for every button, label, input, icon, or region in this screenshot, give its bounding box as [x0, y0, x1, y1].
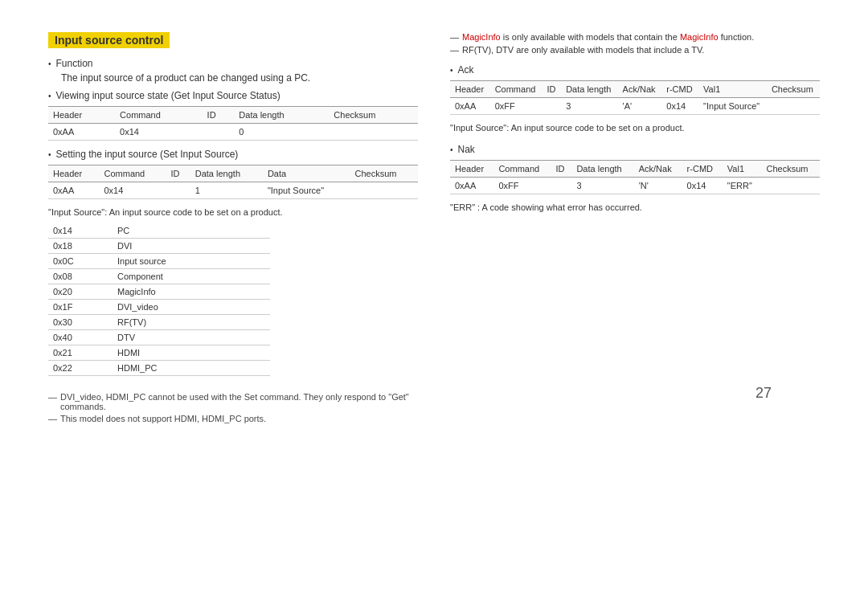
table-row: 0x21 HDMI: [48, 345, 270, 361]
dash-2: —: [48, 414, 57, 423]
set-td-data: "Input Source": [263, 182, 350, 199]
ack-th-header: Header: [450, 81, 490, 98]
table-row: 0x14 PC: [48, 223, 270, 239]
get-label: Viewing input source state (Get Input So…: [56, 90, 280, 101]
ack-label: Ack: [458, 64, 474, 76]
get-table: Header Command ID Data length Checksum 0…: [48, 106, 418, 141]
magic-info-red: MagicInfo: [462, 32, 501, 42]
ack-th-val1: Val1: [698, 81, 767, 98]
set-td-id: [166, 182, 190, 199]
ack-td-header: 0xAA: [450, 98, 490, 115]
nak-th-val1: Val1: [723, 161, 762, 178]
ack-td-checksum: [767, 98, 820, 115]
get-table-section: Header Command ID Data length Checksum 0…: [48, 106, 418, 141]
ack-note: "Input Source": An input source code to …: [450, 123, 820, 133]
table-row: 0x1F DVI_video: [48, 300, 270, 315]
set-table: Header Command ID Data length Data Check…: [48, 165, 418, 199]
source-codes-table-wrapper: 0x14 PC 0x18 DVI 0x0C Input source 0x08 …: [48, 223, 418, 376]
source-code: 0x08: [48, 269, 113, 284]
set-label: Setting the input source (Set Input Sour…: [56, 149, 239, 160]
table-row: 0xAA 0x14 0: [48, 124, 418, 141]
table-row: 0xAA 0xFF 3 'A' 0x14 "Input Source": [450, 98, 820, 115]
ack-table: Header Command ID Data length Ack/Nak r-…: [450, 80, 820, 115]
bullet-dot-1: •: [48, 58, 51, 68]
nak-table: Header Command ID Data length Ack/Nak r-…: [450, 160, 820, 194]
set-td-header: 0xAA: [48, 182, 100, 199]
nak-bullet: • Nak: [450, 144, 820, 155]
ack-table-section: Header Command ID Data length Ack/Nak r-…: [450, 80, 820, 115]
magic-info-end: function.: [721, 32, 755, 42]
footer-note-2-text: This model does not support HDMI, HDMI_P…: [60, 414, 266, 423]
get-td-header: 0xAA: [48, 124, 115, 141]
nak-td-datalength: 3: [571, 178, 633, 194]
nak-th-datalength: Data length: [571, 161, 633, 178]
input-source-note: "Input Source": An input source code to …: [48, 207, 418, 217]
ack-th-checksum: Checksum: [767, 81, 820, 98]
bullet-dot-3: •: [48, 149, 51, 159]
footer-note-1: — DVI_video, HDMI_PC cannot be used with…: [48, 392, 418, 411]
source-label: HDMI: [113, 345, 270, 361]
table-row: 0x30 RF(TV): [48, 315, 270, 330]
source-label: PC: [113, 223, 270, 239]
set-td-checksum: [350, 182, 418, 199]
magic-info-mid: is only available with models that conta…: [503, 32, 680, 42]
nak-td-val1: "ERR": [723, 178, 762, 194]
bullet-dot-nak: •: [450, 144, 453, 154]
set-th-id: ID: [166, 166, 190, 182]
source-code: 0x21: [48, 345, 113, 361]
source-label: Component: [113, 269, 270, 284]
set-bullet: • Setting the input source (Set Input So…: [48, 149, 418, 160]
dash-magic: —: [450, 32, 459, 42]
nak-td-command: 0xFF: [493, 178, 551, 194]
set-td-datalength: 1: [190, 182, 263, 199]
page-number: 27: [755, 385, 772, 402]
footer-note-2: — This model does not support HDMI, HDMI…: [48, 414, 418, 423]
bullet-dot-ack: •: [450, 64, 453, 75]
right-column: — MagicInfo is only available with model…: [450, 32, 820, 426]
ack-th-id: ID: [542, 81, 561, 98]
source-code: 0x1F: [48, 300, 113, 315]
source-codes-table: 0x14 PC 0x18 DVI 0x0C Input source 0x08 …: [48, 223, 270, 376]
get-th-header: Header: [48, 107, 115, 124]
source-code: 0x0C: [48, 254, 113, 269]
get-th-checksum: Checksum: [329, 107, 418, 124]
ack-td-id: [542, 98, 561, 115]
section-title: Input source control: [48, 32, 170, 48]
function-label: Function: [56, 58, 93, 69]
get-bullet: • Viewing input source state (Get Input …: [48, 90, 418, 101]
get-th-datalength: Data length: [234, 107, 329, 124]
ack-td-acknak: 'A': [618, 98, 662, 115]
nak-th-rcmd: r-CMD: [682, 161, 723, 178]
source-code: 0x30: [48, 315, 113, 330]
get-td-datalength: 0: [234, 124, 329, 141]
source-label: DVI: [113, 239, 270, 254]
source-label: HDMI_PC: [113, 361, 270, 376]
ack-td-command: 0xFF: [490, 98, 542, 115]
set-th-header: Header: [48, 166, 100, 182]
set-th-data: Data: [263, 166, 350, 182]
table-row: 0x08 Component: [48, 269, 270, 284]
table-row: 0x22 HDMI_PC: [48, 361, 270, 376]
bullet-dot-2: •: [48, 90, 51, 100]
source-code: 0x40: [48, 330, 113, 345]
nak-th-acknak: Ack/Nak: [634, 161, 682, 178]
set-td-command: 0x14: [100, 182, 166, 199]
nak-td-id: [551, 178, 571, 194]
ack-th-rcmd: r-CMD: [661, 81, 698, 98]
get-th-command: Command: [115, 107, 202, 124]
source-label: Input source: [113, 254, 270, 269]
table-row: 0xAA 0x14 1 "Input Source": [48, 182, 418, 199]
ack-bullet: • Ack: [450, 64, 820, 76]
set-th-checksum: Checksum: [350, 166, 418, 182]
table-row: 0x40 DTV: [48, 330, 270, 345]
nak-td-rcmd: 0x14: [682, 178, 723, 194]
source-label: RF(TV): [113, 315, 270, 330]
source-label: MagicInfo: [113, 284, 270, 300]
table-row: 0x0C Input source: [48, 254, 270, 269]
nak-th-id: ID: [551, 161, 571, 178]
nak-td-checksum: [762, 178, 820, 194]
source-code: 0x20: [48, 284, 113, 300]
rf-note: — RF(TV), DTV are only available with mo…: [450, 45, 820, 55]
get-td-id: [203, 124, 235, 141]
ack-th-acknak: Ack/Nak: [618, 81, 662, 98]
